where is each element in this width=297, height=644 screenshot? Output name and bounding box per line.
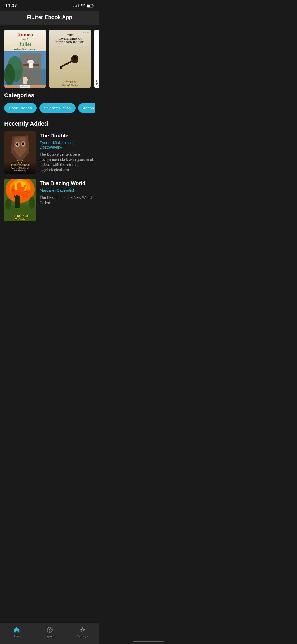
book-desc-the-double: The Double centers on a government clerk… bbox=[40, 152, 95, 173]
status-icons bbox=[73, 4, 94, 8]
app-header: Flutter Ebook App bbox=[0, 11, 99, 25]
alice-cat-art bbox=[96, 34, 99, 52]
status-bar: 11:37 bbox=[0, 0, 99, 11]
romeo-cover-art bbox=[4, 51, 46, 85]
svg-rect-3 bbox=[87, 5, 90, 7]
double-cover-author: Fyodor Mikhailovich Dostoyevsky bbox=[6, 167, 34, 172]
app-title: Flutter Ebook App bbox=[27, 14, 72, 20]
double-cover-title: THE DOUBLE bbox=[6, 164, 34, 167]
sherlock-author-text: ARTHUR &CONAN DOYL bbox=[51, 81, 89, 86]
book-card-alice[interactable]: G bbox=[94, 30, 99, 88]
signal-icon bbox=[73, 4, 79, 7]
sherlock-feedbooks-label: FEEDBOO bbox=[51, 32, 89, 34]
book-info-blazing-world: The Blazing World Margaret Cavendish The… bbox=[40, 179, 95, 205]
book-card-romeo[interactable]: Romeo and Juliet William Shakespeare bbox=[4, 30, 46, 88]
recently-added-section: Recently Added bbox=[0, 118, 99, 248]
svg-rect-13 bbox=[23, 77, 27, 84]
battery-icon bbox=[87, 4, 94, 8]
svg-rect-11 bbox=[29, 63, 33, 68]
list-item-the-double[interactable]: THE DOUBLE Fyodor Mikhailovich Dostoyevs… bbox=[4, 131, 95, 174]
book-info-the-double: The Double Fyodor Mikhailovich Dostoyevs… bbox=[40, 131, 95, 173]
svg-rect-39 bbox=[15, 196, 20, 208]
svg-point-0 bbox=[83, 7, 83, 7]
carousel-row[interactable]: Romeo and Juliet William Shakespeare bbox=[4, 30, 99, 88]
svg-point-16 bbox=[72, 56, 77, 60]
wifi-icon bbox=[81, 4, 85, 8]
svg-rect-40 bbox=[14, 195, 15, 197]
sherlock-title-text: THEADVENTURES OFSHERLOCK HOLME bbox=[51, 34, 89, 44]
svg-point-33 bbox=[22, 142, 24, 145]
categories-row: Short Stories Science Fiction Action & A… bbox=[4, 103, 95, 114]
recently-added-title: Recently Added bbox=[4, 120, 95, 127]
svg-rect-2 bbox=[93, 5, 94, 7]
category-science-fiction[interactable]: Science Fiction bbox=[39, 103, 76, 113]
categories-title: Categories bbox=[4, 92, 95, 99]
list-item-blazing-world[interactable]: THE BLAZINGWORLD The Blazing World Marga… bbox=[4, 179, 95, 221]
svg-point-44 bbox=[29, 197, 35, 209]
svg-point-8 bbox=[4, 64, 15, 85]
book-title-blazing-world: The Blazing World bbox=[40, 180, 95, 186]
book-cover-blazing-world: THE BLAZINGWORLD bbox=[4, 179, 36, 221]
categories-section: Categories Short Stories Science Fiction… bbox=[0, 92, 99, 118]
book-author-blazing-world: Margaret Cavendish bbox=[40, 188, 95, 192]
svg-rect-42 bbox=[17, 195, 18, 197]
book-title-the-double: The Double bbox=[40, 132, 95, 139]
svg-point-32 bbox=[16, 143, 18, 146]
alice-small-tag: G bbox=[96, 32, 99, 34]
alice-author-display: LewCarro bbox=[96, 80, 99, 86]
svg-point-17 bbox=[60, 66, 62, 69]
book-desc-blazing-world: The Description of a New World, Called bbox=[40, 195, 95, 205]
featured-carousel: Romeo and Juliet William Shakespeare bbox=[0, 25, 99, 92]
blazing-cover-title: THE BLAZINGWORLD bbox=[4, 214, 36, 220]
sherlock-pipe-area bbox=[49, 45, 91, 79]
pipe-art bbox=[59, 54, 81, 70]
status-time: 11:37 bbox=[5, 3, 17, 8]
category-action-adventure[interactable]: Action & Adventure bbox=[78, 103, 95, 113]
category-short-stories[interactable]: Short Stories bbox=[4, 103, 37, 113]
book-author-the-double: Fyodor Mikhailovich Dostoyevsky bbox=[40, 140, 95, 149]
svg-point-43 bbox=[5, 199, 11, 209]
book-cover-the-double: THE DOUBLE Fyodor Mikhailovich Dostoyevs… bbox=[4, 131, 36, 174]
book-card-sherlock[interactable]: FEEDBOO THEADVENTURES OFSHERLOCK HOLME bbox=[49, 30, 91, 88]
svg-rect-41 bbox=[16, 195, 17, 197]
